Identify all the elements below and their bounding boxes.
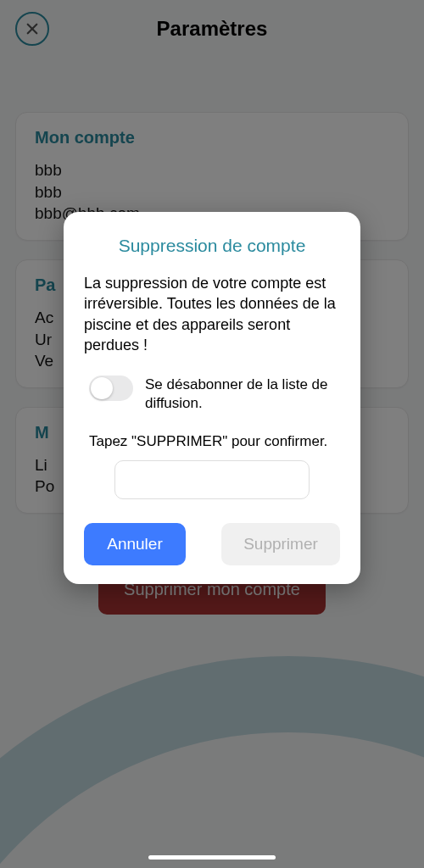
modal-body-text: La suppression de votre compte est irrév… xyxy=(84,273,340,355)
home-indicator xyxy=(148,855,276,860)
modal-title: Suppression de compte xyxy=(84,236,340,256)
confirm-delete-button[interactable]: Supprimer xyxy=(221,523,340,565)
confirm-input[interactable] xyxy=(114,460,310,499)
unsubscribe-toggle[interactable] xyxy=(89,376,133,401)
delete-account-modal: Suppression de compte La suppression de … xyxy=(64,212,360,584)
cancel-button[interactable]: Annuler xyxy=(84,523,186,565)
toggle-knob xyxy=(91,377,113,399)
confirm-prompt-label: Tapez "SUPPRIMER" pour confirmer. xyxy=(84,433,340,450)
unsubscribe-toggle-label: Se désabonner de la liste de diffusion. xyxy=(145,376,340,413)
